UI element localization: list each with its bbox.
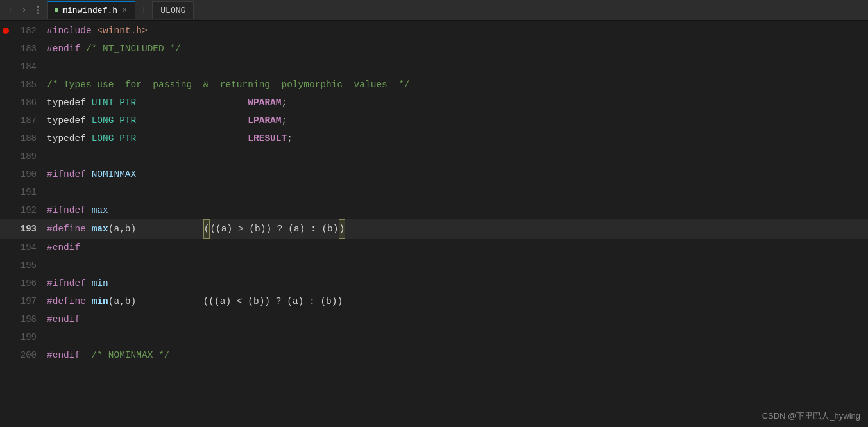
tab-minwindef[interactable]: ■ minwindef.h × — [47, 1, 135, 19]
code-span: UINT_PTR — [92, 94, 137, 112]
code-span — [136, 130, 248, 147]
code-line-200: #endif /* NOMINMAX */ — [47, 346, 169, 364]
code-span: #endif — [47, 239, 80, 256]
code-line-192: #ifndef max — [47, 201, 108, 219]
line-num-192: 192 — [12, 205, 47, 215]
line-num-199: 199 — [12, 332, 47, 342]
line-row-195: 195 — [0, 256, 868, 274]
code-line-184 — [47, 58, 53, 76]
code-line-199 — [47, 328, 53, 346]
tab-separator: | — [139, 6, 149, 14]
code-line-193: #define max (a,b) ( ((a) > (b)) ? (a) : … — [47, 219, 345, 239]
code-line-182: #include <winnt.h> — [47, 22, 148, 40]
tab-close-minwindef[interactable]: × — [121, 6, 128, 15]
code-span: #ifndef — [47, 201, 86, 219]
code-span — [136, 112, 248, 130]
line-row-198: 198 #endif — [0, 310, 868, 328]
tab-label-minwindef: minwindef.h — [62, 6, 117, 15]
code-span — [92, 22, 98, 40]
line-row-188: 188 typedef LONG_PTR LRESULT ; — [0, 130, 868, 147]
file-icon: ■ — [55, 6, 59, 14]
code-line-196: #ifndef min — [47, 274, 108, 292]
code-span — [136, 220, 203, 238]
code-line-185: /* Types use for passing & returning pol… — [47, 76, 410, 94]
breakpoint-182 — [3, 28, 9, 34]
breadcrumb-tab[interactable]: ULONG — [152, 1, 194, 19]
line-num-196: 196 — [12, 278, 47, 289]
code-span: max — [92, 220, 108, 238]
line-row-191: 191 — [0, 183, 868, 201]
title-bar: ‹ › ■ minwindef.h × | ULONG — [0, 0, 868, 21]
code-line-188: typedef LONG_PTR LRESULT ; — [47, 130, 293, 147]
code-span: #endif — [47, 310, 80, 328]
line-row-187: 187 typedef LONG_PTR LPARAM ; — [0, 112, 868, 130]
code-span: LRESULT — [248, 130, 287, 147]
code-span: max — [92, 201, 108, 219]
line-row-194: 194 #endif — [0, 239, 868, 256]
line-row-199: 199 — [0, 328, 868, 346]
line-row-200: 200 #endif /* NOMINMAX */ — [0, 346, 868, 364]
line-row-196: 196 #ifndef min — [0, 274, 868, 292]
line-num-197: 197 — [12, 296, 47, 306]
code-span: min — [92, 292, 108, 310]
code-line-195 — [47, 256, 53, 274]
code-span: typedef — [47, 112, 92, 130]
line-row-183: 183 #endif /* NT_INCLUDED */ — [0, 40, 868, 58]
code-span: typedef — [47, 130, 92, 147]
code-span — [86, 220, 92, 238]
code-span: (a,b) — [108, 220, 137, 238]
line-row-186: 186 typedef UINT_PTR WPARAM ; — [0, 94, 868, 112]
back-arrow[interactable]: ‹ — [5, 4, 15, 16]
code-area: 182 #include <winnt.h> 183 #endif /* NT_… — [0, 21, 868, 427]
breakpoint-col-182 — [0, 28, 12, 34]
line-row-192: 192 #ifndef max — [0, 201, 868, 219]
code-span: ; — [282, 94, 287, 112]
line-row-189: 189 — [0, 147, 868, 165]
line-num-193: 193 — [12, 224, 47, 234]
code-span: LPARAM — [248, 112, 281, 130]
code-span: ; — [287, 130, 293, 147]
watermark: CSDN @下里巴人_hywing — [762, 410, 860, 422]
editor: 182 #include <winnt.h> 183 #endif /* NT_… — [0, 21, 868, 427]
code-span — [136, 94, 248, 112]
code-span: min — [92, 274, 108, 292]
code-span: #endif — [47, 346, 80, 364]
code-span: WPARAM — [248, 94, 281, 112]
code-span: #endif — [47, 40, 80, 58]
code-span — [86, 165, 92, 183]
code-line-187: typedef LONG_PTR LPARAM ; — [47, 112, 287, 130]
code-span: /* Types use for passing & returning pol… — [47, 76, 410, 94]
line-row-182: 182 #include <winnt.h> — [0, 22, 868, 40]
line-num-194: 194 — [12, 242, 47, 253]
line-num-183: 183 — [12, 44, 47, 54]
code-span: ) — [339, 219, 346, 239]
code-span: ((a) > (b)) ? (a) : (b) — [210, 220, 338, 238]
line-num-190: 190 — [12, 169, 47, 180]
code-span: #define — [47, 220, 86, 238]
code-line-186: typedef UINT_PTR WPARAM ; — [47, 94, 287, 112]
code-line-183: #endif /* NT_INCLUDED */ — [47, 40, 181, 58]
menu-dots[interactable] — [33, 5, 44, 15]
code-line-194: #endif — [47, 239, 80, 256]
code-span: typedef — [47, 94, 92, 112]
line-num-184: 184 — [12, 62, 47, 72]
line-row-184: 184 — [0, 58, 868, 76]
code-line-197: #define min (a,b) (((a) < (b)) ? (a) : (… — [47, 292, 343, 310]
line-num-185: 185 — [12, 80, 47, 90]
code-line-198: #endif — [47, 310, 80, 328]
line-row-190: 190 #ifndef NOMINMAX — [0, 165, 868, 183]
nav-controls: ‹ › — [5, 4, 44, 16]
line-row-193: 193 #define max (a,b) ( ((a) > (b)) ? (a… — [0, 219, 868, 239]
line-row-185: 185 /* Types use for passing & returning… — [0, 76, 868, 94]
line-num-182: 182 — [12, 26, 47, 36]
code-span: ; — [282, 112, 287, 130]
line-num-186: 186 — [12, 97, 47, 108]
line-num-188: 188 — [12, 133, 47, 144]
code-span: /* NT_INCLUDED */ — [80, 40, 181, 58]
line-num-200: 200 — [12, 350, 47, 360]
line-row-197: 197 #define min (a,b) (((a) < (b)) ? (a)… — [0, 292, 868, 310]
forward-arrow[interactable]: › — [19, 4, 30, 16]
code-span — [86, 274, 92, 292]
code-span — [86, 292, 92, 310]
code-span: ( — [203, 219, 210, 239]
